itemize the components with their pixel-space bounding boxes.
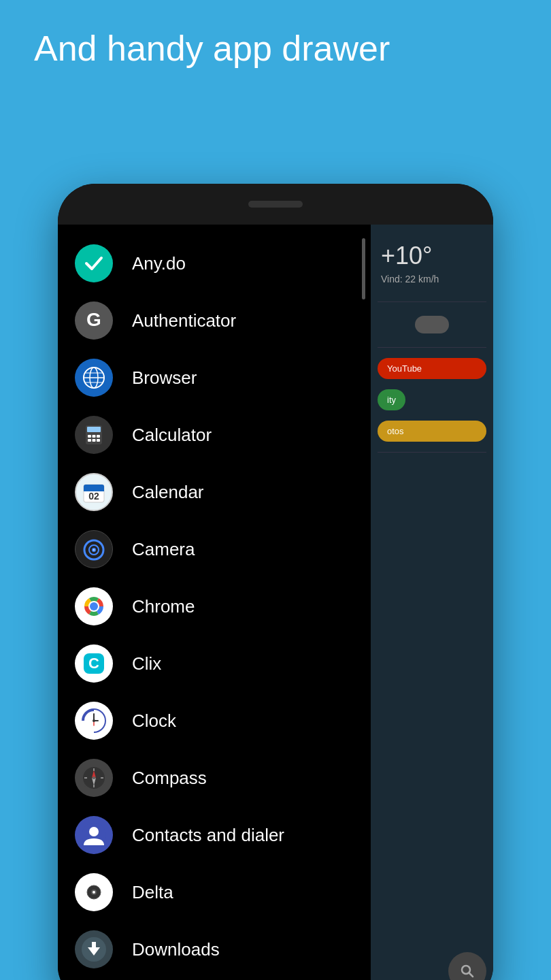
delta-icon (75, 873, 113, 911)
svg-rect-10 (97, 435, 100, 438)
list-item[interactable]: Compass (58, 749, 371, 806)
toggle-switch[interactable] (415, 316, 449, 333)
app-name-downloads: Downloads (132, 939, 220, 960)
weather-temperature: +10° (381, 242, 483, 270)
svg-rect-8 (88, 435, 91, 438)
app-name-clix: Clix (132, 653, 161, 674)
anydo-icon (75, 244, 113, 282)
list-item[interactable]: Clock (58, 692, 371, 749)
svg-rect-52 (92, 942, 96, 950)
compass-icon (75, 759, 113, 797)
clix-icon: C (75, 644, 113, 683)
svg-text:C: C (88, 655, 99, 672)
authenticator-icon: G (75, 301, 113, 340)
svg-text:02: 02 (88, 491, 99, 502)
list-item[interactable]: Any.do (58, 235, 371, 292)
app-name-delta: Delta (132, 882, 173, 903)
downloads-icon (75, 930, 113, 968)
home-panel: +10° Vind: 22 km/h YouTube ity otos (371, 225, 493, 980)
app-list: Any.do G Authenticator (58, 225, 371, 980)
scrollbar[interactable] (362, 238, 365, 299)
svg-rect-12 (93, 439, 96, 442)
search-icon (459, 963, 475, 979)
svg-point-49 (93, 891, 95, 894)
divider-2 (378, 347, 486, 348)
app-name-chrome: Chrome (132, 596, 195, 617)
phone-screen: Any.do G Authenticator (58, 225, 493, 980)
svg-point-45 (89, 827, 99, 836)
list-item[interactable]: G Authenticator (58, 292, 371, 349)
svg-point-43 (93, 777, 95, 779)
phone-top-bar (58, 184, 493, 225)
phone-speaker (248, 201, 303, 208)
page-title: And handy app drawer (0, 0, 551, 90)
weather-widget: +10° Vind: 22 km/h (378, 235, 486, 291)
app-name-camera: Camera (132, 539, 195, 560)
list-item[interactable]: Contacts and dialer (58, 806, 371, 864)
contacts-icon (75, 816, 113, 854)
list-item[interactable]: Calculator (58, 406, 371, 463)
phone-mockup: Any.do G Authenticator (58, 184, 493, 980)
list-item[interactable]: C Clix (58, 635, 371, 692)
calendar-icon: 02 (75, 473, 113, 511)
toggle-area (378, 312, 486, 337)
svg-point-25 (90, 602, 98, 610)
svg-text:G: G (86, 309, 101, 330)
app-name-calendar: Calendar (132, 482, 204, 503)
divider-3 (378, 452, 486, 453)
svg-line-54 (469, 973, 473, 977)
app-name-authenticator: Authenticator (132, 310, 236, 331)
weather-wind: Vind: 22 km/h (381, 274, 483, 284)
app-name-calculator: Calculator (132, 425, 212, 446)
youtube-pill[interactable]: YouTube (378, 358, 486, 379)
svg-rect-7 (87, 427, 101, 432)
list-item[interactable]: Camera (58, 521, 371, 578)
clock-icon (75, 702, 113, 740)
app-name-contacts: Contacts and dialer (132, 825, 284, 846)
list-item[interactable]: 02 Calendar (58, 463, 371, 521)
browser-icon (75, 359, 113, 397)
app-name-anydo: Any.do (132, 253, 186, 274)
divider-1 (378, 301, 486, 302)
app-name-browser: Browser (132, 368, 197, 389)
svg-rect-11 (88, 439, 91, 442)
app-drawer: Any.do G Authenticator (58, 225, 371, 980)
list-item[interactable]: Chrome (58, 578, 371, 635)
list-item[interactable]: Downloads (58, 921, 371, 978)
search-fab[interactable] (448, 952, 486, 980)
app-name-clock: Clock (132, 710, 176, 732)
photos-pill[interactable]: otos (378, 421, 486, 442)
green-pill[interactable]: ity (378, 389, 405, 410)
chrome-icon (75, 587, 113, 625)
svg-point-21 (93, 549, 95, 551)
svg-rect-9 (93, 435, 96, 438)
list-item[interactable]: Delta (58, 864, 371, 921)
list-item[interactable]: Browser (58, 349, 371, 406)
svg-point-34 (93, 719, 95, 722)
app-name-compass: Compass (132, 768, 207, 789)
camera-icon (75, 530, 113, 568)
svg-rect-13 (97, 439, 100, 442)
calculator-icon (75, 416, 113, 454)
